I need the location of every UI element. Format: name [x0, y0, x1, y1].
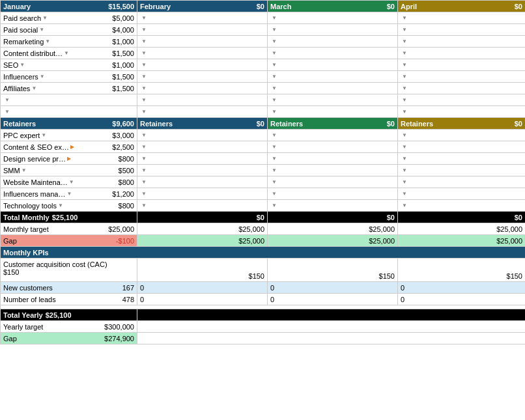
paid-item-0-apr: ▼ — [398, 12, 525, 24]
dropdown-arrow[interactable]: ▼ — [64, 50, 69, 56]
retainer-item-6-mar: ▼ — [268, 200, 398, 212]
dropdown-arrow[interactable]: ▼ — [21, 167, 27, 173]
monthly-target-apr: $25,000 — [398, 223, 525, 235]
dropdown-arrow[interactable]: ▼ — [141, 144, 147, 150]
dropdown-arrow[interactable]: ▼ — [402, 144, 407, 150]
dropdown-arrow[interactable]: ▼ — [402, 179, 407, 185]
dropdown-arrow[interactable]: ▼ — [402, 167, 407, 173]
retainer-item-0-jan: PPC expert ▼ $3,000 — [1, 130, 137, 141]
dropdown-arrow[interactable]: ▼ — [141, 62, 147, 68]
dropdown-arrow[interactable]: ▼ — [402, 191, 407, 197]
dropdown-arrow[interactable]: ▼ — [141, 27, 147, 33]
dropdown-arrow[interactable]: ▼ — [402, 15, 407, 21]
paid-item-3-jan: Content distribut… ▼ $1,500 — [1, 48, 137, 59]
retainer-item-5-apr: ▼ — [398, 188, 525, 200]
paid-item-6-apr: ▼ — [398, 83, 525, 94]
dropdown-arrow[interactable]: ▼ — [402, 203, 407, 208]
dropdown-arrow[interactable]: ▼ — [31, 85, 36, 91]
dropdown-arrow[interactable]: ▼ — [45, 38, 50, 44]
dropdown-arrow[interactable]: ▼ — [272, 15, 277, 21]
retainer-jan-header: Retainers $9,600 — [1, 118, 137, 130]
dropdown-arrow[interactable]: ▼ — [272, 50, 277, 56]
dropdown-arrow[interactable]: ▼ — [141, 85, 147, 91]
gap-mar: $25,000 — [268, 235, 398, 247]
dropdown-arrow[interactable]: ▼ — [402, 27, 407, 33]
dropdown-arrow[interactable]: ▼ — [402, 156, 407, 161]
retainer-item-3-feb: ▼ — [137, 165, 268, 176]
dropdown-arrow[interactable]: ▼ — [272, 203, 277, 208]
dropdown-arrow[interactable]: ▼ — [58, 203, 63, 208]
dropdown-arrow[interactable]: ▼ — [141, 109, 147, 115]
leads-jan: Number of leads 478 — [1, 294, 137, 305]
retainer-item-0-apr: ▼ — [398, 130, 525, 141]
total-yearly-feb — [137, 309, 525, 321]
yearly-gap-empty — [137, 333, 525, 344]
dropdown-arrow[interactable]: ▼ — [141, 15, 147, 21]
dropdown-arrow[interactable]: ▼ — [272, 109, 277, 115]
dropdown-arrow[interactable]: ▼ — [40, 74, 45, 79]
dropdown-arrow[interactable]: ▼ — [402, 132, 407, 138]
dropdown-arrow[interactable]: ▼ — [272, 97, 277, 103]
dropdown-arrow[interactable]: ▼ — [272, 167, 277, 173]
dropdown-arrow[interactable]: ▼ — [402, 50, 407, 56]
dropdown-arrow[interactable]: ▼ — [272, 62, 277, 68]
dropdown-arrow[interactable]: ▼ — [272, 85, 277, 91]
dropdown-arrow[interactable]: ▼ — [39, 27, 44, 33]
dropdown-arrow[interactable]: ▼ — [141, 50, 147, 56]
paid-item-7-feb: ▼ — [137, 94, 268, 106]
retainer-mar-header: Retainers $0 — [268, 118, 398, 130]
dropdown-arrow[interactable]: ▼ — [402, 85, 407, 91]
dropdown-arrow[interactable]: ▼ — [141, 74, 147, 79]
dropdown-arrow[interactable]: ▼ — [272, 156, 277, 161]
dropdown-arrow[interactable]: ▼ — [41, 132, 46, 138]
dropdown-arrow[interactable]: ▼ — [66, 191, 72, 197]
leads-apr: 0 — [398, 294, 525, 305]
retainer-apr-header: Retainers $0 — [398, 118, 525, 130]
dropdown-arrow[interactable]: ▼ — [272, 27, 277, 33]
paid-item-5-apr: ▼ — [398, 71, 525, 83]
retainer-item-3-mar: ▼ — [268, 165, 398, 176]
dropdown-arrow[interactable]: ▼ — [141, 203, 147, 208]
dropdown-arrow[interactable]: ▶ — [70, 144, 74, 150]
dropdown-arrow[interactable]: ▼ — [272, 38, 277, 44]
dropdown-arrow[interactable]: ▼ — [141, 191, 147, 197]
retainer-item-0-mar: ▼ — [268, 130, 398, 141]
dropdown-arrow[interactable]: ▼ — [402, 109, 407, 115]
dropdown-arrow[interactable]: ▼ — [141, 179, 147, 185]
yearly-gap: Gap $274,900 — [1, 333, 137, 344]
dropdown-arrow[interactable]: ▼ — [141, 167, 147, 173]
dropdown-arrow[interactable]: ▼ — [272, 144, 277, 150]
dropdown-arrow[interactable]: ▼ — [272, 132, 277, 138]
retainer-item-5-mar: ▼ — [268, 188, 398, 200]
dropdown-arrow[interactable]: ▼ — [272, 191, 277, 197]
retainer-feb-header: Retainers $0 — [137, 118, 268, 130]
dropdown-arrow[interactable]: ▼ — [272, 179, 277, 185]
paid-item-3-mar: ▼ — [268, 48, 398, 59]
dropdown-arrow[interactable]: ▼ — [5, 109, 10, 115]
yearly-target: Yearly target $300,000 — [1, 321, 137, 333]
dropdown-arrow[interactable]: ▼ — [402, 97, 407, 103]
dropdown-arrow[interactable]: ▼ — [141, 132, 147, 138]
dropdown-arrow[interactable]: ▼ — [20, 62, 25, 68]
dropdown-arrow[interactable]: ▶ — [67, 156, 71, 161]
feb-header: February $0 — [137, 1, 268, 12]
paid-item-1-apr: ▼ — [398, 24, 525, 36]
dropdown-arrow[interactable]: ▼ — [141, 38, 147, 44]
paid-item-1-feb: ▼ — [137, 24, 268, 36]
paid-item-6-mar: ▼ — [268, 83, 398, 94]
dropdown-arrow[interactable]: ▼ — [272, 74, 277, 79]
paid-item-4-apr: ▼ — [398, 59, 525, 71]
retainer-item-4-mar: ▼ — [268, 176, 398, 188]
dropdown-arrow[interactable]: ▼ — [42, 15, 48, 21]
dropdown-arrow[interactable]: ▼ — [402, 38, 407, 44]
retainer-item-6-apr: ▼ — [398, 200, 525, 212]
paid-item-0-jan: Paid search ▼ $5,000 — [1, 12, 137, 24]
dropdown-arrow[interactable]: ▼ — [402, 62, 407, 68]
dropdown-arrow[interactable]: ▼ — [402, 74, 407, 79]
new-customers-feb: 0 — [137, 282, 268, 294]
dropdown-arrow[interactable]: ▼ — [69, 179, 74, 185]
dropdown-arrow[interactable]: ▼ — [5, 97, 10, 103]
dropdown-arrow[interactable]: ▼ — [141, 97, 147, 103]
dropdown-arrow[interactable]: ▼ — [141, 156, 147, 161]
new-customers-mar: 0 — [268, 282, 398, 294]
